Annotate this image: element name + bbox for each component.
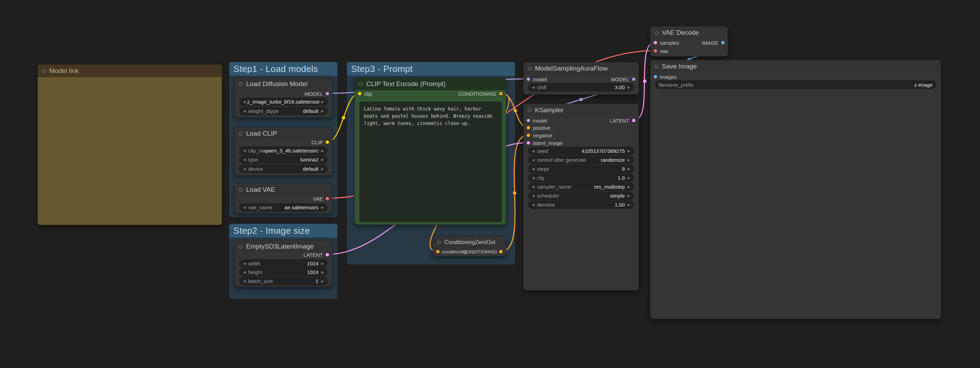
widget-filename-prefix[interactable]: filename_prefix z-image [655,80,936,89]
node-header[interactable]: CLIP Text Encode (Prompt) [355,78,506,90]
node-header[interactable]: VAE Decode [651,27,728,39]
increment-arrow-icon[interactable]: ▶ [320,167,325,171]
slot-dot-vae[interactable] [326,197,329,200]
slot-dot-clip[interactable] [358,92,361,96]
output-slot-vae[interactable]: VAE [313,196,329,202]
collapse-toggle-icon[interactable] [655,31,659,35]
decrement-arrow-icon[interactable]: ◀ [530,167,536,171]
widget-weight-dtype[interactable]: ◀ weight_dtype default ▶ [239,107,328,115]
input-slot-latent-image[interactable]: latent_image [527,140,562,146]
node-load-clip[interactable]: Load CLIP CLIP ◀ clip_na qwen_3_4b.safet… [234,127,332,175]
output-slot-image[interactable]: IMAGE [702,40,725,46]
collapse-toggle-icon[interactable] [528,108,531,112]
decrement-arrow-icon[interactable]: ◀ [530,85,536,89]
collapse-toggle-icon[interactable] [528,67,531,70]
input-slot-samples[interactable]: samples [654,40,679,46]
input-slot-negative[interactable]: negative [527,132,552,139]
increment-arrow-icon[interactable]: ▶ [320,206,325,209]
node-header[interactable]: Load CLIP [235,127,332,140]
collapse-toggle-icon[interactable] [359,82,363,86]
increment-arrow-icon[interactable]: ▶ [626,85,632,89]
collapse-toggle-icon[interactable] [655,65,659,69]
input-slot-conditioning[interactable]: conditioning [436,249,466,255]
decrement-arrow-icon[interactable]: ◀ [242,100,247,104]
node-load-diffusion-model[interactable]: Load Diffusion Model MODEL ◀ z_image_tur… [234,78,332,118]
node-clip-text-encode[interactable]: CLIP Text Encode (Prompt) clip CONDITION… [355,78,506,225]
slot-dot-model[interactable] [326,92,329,96]
widget-denoise[interactable]: ◀ denoise 1.00 ▶ [528,200,634,209]
collapse-toggle-icon[interactable] [437,241,441,244]
increment-arrow-icon[interactable]: ▶ [626,167,632,171]
slot-dot-latent[interactable] [326,253,329,256]
collapse-toggle-icon[interactable] [239,245,243,249]
increment-arrow-icon[interactable]: ▶ [320,149,325,153]
slot-dot-conditioning[interactable] [436,250,439,253]
widget-device[interactable]: ◀ device default ▶ [239,164,328,173]
widget-steps[interactable]: ◀ steps 9 ▶ [528,164,634,173]
output-slot-model[interactable]: MODEL [611,76,635,82]
node-header[interactable]: Save Image [651,60,941,73]
widget-seed[interactable]: ◀ seed 410513707389275 ▶ [528,147,634,155]
decrement-arrow-icon[interactable]: ◀ [530,194,536,198]
slot-dot-conditioning[interactable] [499,250,503,253]
slot-dot-latent[interactable] [632,119,635,122]
node-conditioning-zero-out[interactable]: ConditioningZeroOut conditioning CONDITI… [433,236,506,256]
output-slot-model[interactable]: MODEL [305,91,329,97]
slot-dot-image[interactable] [654,75,657,78]
slot-dot-model[interactable] [527,119,530,122]
slot-dot-conditioning[interactable] [527,126,530,129]
input-slot-clip[interactable]: clip [358,91,372,97]
input-slot-model[interactable]: model [527,117,547,124]
widget-height[interactable]: ◀ height 1024 ▶ [239,268,328,276]
input-slot-vae[interactable]: vae [654,48,668,54]
output-slot-conditioning[interactable]: CONDITIONING [458,91,503,97]
increment-arrow-icon[interactable]: ▶ [320,279,325,283]
node-header[interactable]: KSampler [523,104,638,116]
prompt-textarea[interactable]: Latina female with thick wavy hair, harb… [360,102,502,222]
node-empty-latent-image[interactable]: EmptySD3LatentImage LATENT ◀ width 1024 … [234,240,332,287]
decrement-arrow-icon[interactable]: ◀ [242,270,247,274]
widget-clip-name[interactable]: ◀ clip_na qwen_3_4b.safetensors ▶ [239,146,328,155]
widget-scheduler[interactable]: ◀ scheduler simple ▶ [528,191,634,200]
node-ksampler[interactable]: KSampler model LATENT positive negative … [523,104,639,290]
increment-arrow-icon[interactable]: ▶ [320,109,325,113]
decrement-arrow-icon[interactable]: ◀ [242,206,247,209]
slot-dot-conditioning[interactable] [499,92,503,96]
decrement-arrow-icon[interactable]: ◀ [242,149,247,153]
node-graph-canvas[interactable]: Step1 - Load models Step2 - Image size S… [0,0,980,368]
slot-dot-conditioning[interactable] [527,134,530,137]
node-header[interactable]: EmptySD3LatentImage [235,240,332,253]
output-slot-latent[interactable]: LATENT [610,117,635,124]
slot-dot-model[interactable] [527,78,530,81]
collapse-toggle-icon[interactable] [239,82,243,86]
decrement-arrow-icon[interactable]: ◀ [242,261,247,265]
decrement-arrow-icon[interactable]: ◀ [530,149,536,153]
decrement-arrow-icon[interactable]: ◀ [530,185,536,189]
widget-vae-name[interactable]: ◀ vae_name ae.safetensors ▶ [239,203,328,212]
wire-midpoint[interactable] [579,98,583,101]
widget-width[interactable]: ◀ width 1024 ▶ [239,259,328,268]
widget-control-after-generate[interactable]: ◀ control after generate randomize ▶ [528,156,634,164]
node-header[interactable]: ModelSamplingAuraFlow [523,62,638,75]
input-slot-positive[interactable]: positive [527,124,550,131]
wire-midpoint[interactable] [513,191,516,195]
decrement-arrow-icon[interactable]: ◀ [530,158,536,162]
slot-dot-clip[interactable] [326,140,329,144]
wire-midpoint[interactable] [342,116,345,119]
widget-sampler-name[interactable]: ◀ sampler_name res_multistep ▶ [528,182,634,191]
node-load-vae[interactable]: Load VAE VAE ◀ vae_name ae.safetensors ▶ [234,183,332,213]
node-model-sampling-auraflow[interactable]: ModelSamplingAuraFlow model MODEL ◀ shif… [523,62,639,95]
increment-arrow-icon[interactable]: ▶ [626,203,632,207]
increment-arrow-icon[interactable]: ▶ [320,100,325,104]
output-slot-clip[interactable]: CLIP [312,139,329,145]
widget-unet-name[interactable]: ◀ z_image_turbo_bf16.safetensors ▶ [239,97,328,106]
decrement-arrow-icon[interactable]: ◀ [242,167,247,171]
widget-cfg[interactable]: ◀ cfg 1.0 ▶ [528,174,634,182]
wire-midpoint[interactable] [643,80,646,83]
slot-dot-latent[interactable] [527,141,530,145]
increment-arrow-icon[interactable]: ▶ [320,158,325,161]
increment-arrow-icon[interactable]: ▶ [626,194,632,198]
node-header[interactable]: ConditioningZeroOut [433,236,506,249]
wire-midpoint[interactable] [514,109,517,112]
output-slot-conditioning[interactable]: CONDITIONING [463,249,503,255]
